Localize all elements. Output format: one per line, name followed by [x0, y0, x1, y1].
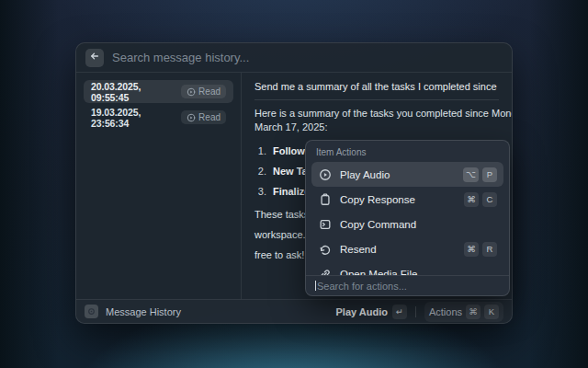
arrow-left-icon [89, 51, 100, 64]
action-menu: Item Actions Play Audio ⌥ P Copy Respons… [305, 140, 510, 296]
actions-label: Actions [429, 306, 462, 317]
footer-separator [415, 306, 416, 317]
menu-item-open-media-file[interactable]: Open Media File [311, 261, 503, 275]
menu-item-play-audio[interactable]: Play Audio ⌥ P [311, 162, 503, 187]
return-key: ↵ [392, 305, 407, 319]
command-key: ⌘ [464, 192, 479, 207]
play-circle-icon [187, 113, 196, 122]
message-date: 20.03.2025, 09:55:45 [91, 81, 181, 103]
c-key: C [482, 192, 497, 207]
search-bar [76, 43, 512, 73]
action-search-bar [306, 275, 509, 295]
primary-action-label[interactable]: Play Audio [335, 306, 387, 317]
answer-line: Here is a summary of the tasks you compl… [254, 107, 499, 121]
list-item[interactable]: 19.03.2025, 23:56:34 Read [84, 106, 233, 129]
message-list: 20.03.2025, 09:55:45 Read 19.03.2025, 23… [76, 73, 242, 299]
actions-button[interactable]: Actions ⌘ K [424, 302, 503, 322]
task-number: 2. [254, 166, 266, 177]
action-menu-list: Play Audio ⌥ P Copy Response ⌘ C [306, 160, 509, 275]
footer-actions: Play Audio ↵ Actions ⌘ K [335, 302, 503, 322]
task-number: 3. [254, 186, 266, 197]
answer-line: March 17, 2025: [254, 121, 499, 134]
link-icon [318, 267, 332, 275]
k-key: K [484, 305, 499, 319]
action-menu-title: Item Actions [306, 141, 509, 160]
menu-item-label: Copy Command [340, 219, 489, 230]
command-key: ⌘ [464, 242, 479, 257]
user-message: Send me a summary of all the tasks I com… [254, 81, 499, 92]
footer-bar: Message History Play Audio ↵ Actions ⌘ K [76, 299, 512, 323]
menu-item-label: Open Media File [340, 269, 489, 276]
text-caret [315, 281, 316, 291]
menu-item-shortcut: ⌥ P [463, 167, 497, 182]
footer-app-label: Message History [106, 306, 181, 317]
extension-icon [85, 305, 98, 318]
back-button[interactable] [85, 49, 104, 67]
menu-item-shortcut: ⌘ R [464, 242, 497, 257]
read-badge: Read [181, 110, 226, 124]
clipboard-icon [318, 192, 332, 206]
option-key: ⌥ [463, 167, 479, 182]
menu-item-copy-command[interactable]: Copy Command [311, 212, 503, 236]
read-badge: Read [181, 85, 226, 98]
redo-icon [318, 242, 332, 256]
search-input[interactable] [112, 51, 503, 64]
detail-divider [254, 99, 499, 100]
menu-item-copy-response[interactable]: Copy Response ⌘ C [311, 187, 503, 212]
menu-item-label: Play Audio [340, 169, 455, 180]
menu-item-resend[interactable]: Resend ⌘ R [311, 236, 503, 261]
terminal-icon [318, 217, 332, 231]
p-key: P [482, 167, 497, 182]
read-badge-label: Read [198, 112, 220, 122]
play-circle-icon [187, 87, 196, 97]
read-badge-label: Read [198, 86, 220, 97]
menu-item-label: Copy Response [340, 194, 456, 205]
menu-item-label: Resend [340, 244, 456, 255]
menu-item-shortcut: ⌘ C [464, 192, 497, 207]
list-item[interactable]: 20.03.2025, 09:55:45 Read [84, 80, 233, 103]
command-key: ⌘ [466, 305, 481, 319]
r-key: R [482, 242, 497, 257]
action-search-input[interactable] [317, 281, 500, 292]
message-date: 19.03.2025, 23:56:34 [91, 107, 181, 129]
play-circle-icon [318, 167, 332, 181]
task-number: 1. [254, 145, 266, 156]
